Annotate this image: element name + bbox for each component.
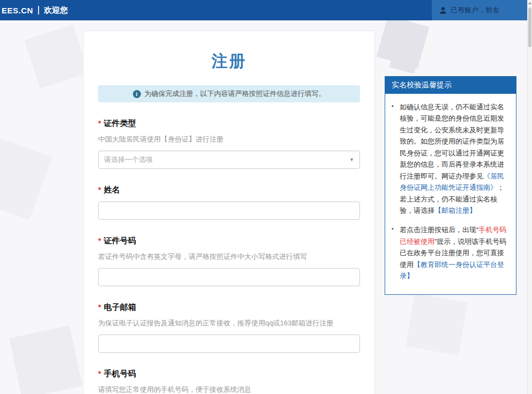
id-type-select-placeholder: 请选择一个选项 [104,155,153,165]
graduation-cap-watermark [9,325,82,394]
field-group-id-type: *证件类型 中国大陆居民请使用【身份证】进行注册 请选择一个选项 ▼ [98,118,360,169]
id-number-label: *证件号码 [98,236,360,246]
brand-divider [38,6,39,14]
field-group-name: *姓名 [98,185,360,220]
name-input[interactable] [98,202,360,220]
email-register-link[interactable]: 【邮箱注册】 [434,206,476,214]
id-number-input[interactable] [98,268,360,286]
page-title: 注册 [98,50,360,72]
bullet-icon: ▪ [392,225,394,234]
phone-label-text: 手机号码 [104,369,136,378]
scrollbar-up-icon [528,2,531,4]
required-asterisk: * [98,302,101,311]
tips-panel-body: ▪如确认信息无误，仍不能通过实名核验，可能是您的身份信息近期发生过变化，公安系统… [385,94,516,294]
email-label-text: 电子邮箱 [104,302,136,311]
name-label: *姓名 [98,185,360,195]
id-number-label-text: 证件号码 [104,236,136,245]
bullet-icon: ▪ [392,102,394,111]
brand-welcome-text: 欢迎您 [44,5,68,16]
chevron-down-icon: ▼ [349,158,354,162]
tip-item-2: ▪若点击注册按钮后，出现“手机号码已经被使用”提示，说明该手机号码已在政务平台注… [392,224,509,281]
phone-label: *手机号码 [98,369,360,379]
account-link-label: 已有账户，前去 [451,5,499,15]
realname-tips-panel: 实名校验温馨提示 ▪如确认信息无误，仍不能通过实名核验，可能是您的身份信息近期发… [385,76,516,295]
info-alert-text: 为确保完成注册，以下内容请严格按照证件信息进行填写。 [145,89,326,99]
registration-card: 注册 i 为确保完成注册，以下内容请严格按照证件信息进行填写。 *证件类型 中国… [83,31,375,394]
brand-name: EES.CN [2,6,33,15]
graduation-cap-watermark [406,293,468,355]
topbar: EES.CN 欢迎您 已有账户，前去 [0,0,527,20]
graduation-cap-watermark [25,25,89,89]
required-asterisk: * [98,369,101,378]
scrollbar-thumb[interactable] [528,8,531,47]
id-type-label: *证件类型 [98,118,360,129]
id-type-select[interactable]: 请选择一个选项 ▼ [98,151,360,169]
name-label-text: 姓名 [104,185,120,194]
field-group-email: *电子邮箱 为保证电子认证报告及通知消息的正常接收，推荐使用qq或163邮箱进行… [98,302,360,353]
site-brand: EES.CN 欢迎您 [0,5,68,16]
required-asterisk: * [98,236,101,245]
id-type-label-text: 证件类型 [104,118,136,128]
tips-panel-title: 实名校验温馨提示 [385,77,516,94]
required-asterisk: * [98,185,101,194]
info-alert: i 为确保完成注册，以下内容请严格按照证件信息进行填写。 [98,85,360,102]
phone-help-text: 请填写您正常使用的手机号码，便于接收系统消息 [98,385,360,394]
field-group-phone: *手机号码 请填写您正常使用的手机号码，便于接收系统消息 +86（中国大陆） ▼… [98,369,360,394]
info-icon: i [133,90,141,98]
scrollbar-up-button[interactable] [528,0,532,6]
existing-account-link[interactable]: 已有账户，前去 [432,0,527,20]
id-type-help-text: 中国大陆居民请使用【身份证】进行注册 [98,135,360,144]
moe-sso-login-link[interactable]: 【教育部统一身份认证平台登录】 [400,261,504,280]
email-input[interactable] [98,334,360,353]
tip1-text-1: 如确认信息无误，仍不能通过实名核验，可能是您的身份信息近期发生过变化，公安系统未… [400,103,504,180]
page-scrollbar[interactable] [527,0,532,394]
tip2-text-1: 若点击注册按钮后，出现“ [400,226,478,234]
email-help-text: 为保证电子认证报告及通知消息的正常接收，推荐使用qq或163邮箱进行注册 [98,318,360,328]
tip-item-1: ▪如确认信息无误，仍不能通过实名核验，可能是您的身份信息近期发生过变化，公安系统… [392,101,509,216]
id-number-help-text: 若证件号码中含有英文字母，请严格按照证件中大小写格式进行填写 [98,252,360,262]
email-label: *电子邮箱 [98,302,360,313]
user-icon [439,6,447,14]
field-group-id-number: *证件号码 若证件号码中含有英文字母，请严格按照证件中大小写格式进行填写 [98,236,360,286]
required-asterisk: * [98,118,101,128]
graduation-cap-watermark [0,134,53,220]
